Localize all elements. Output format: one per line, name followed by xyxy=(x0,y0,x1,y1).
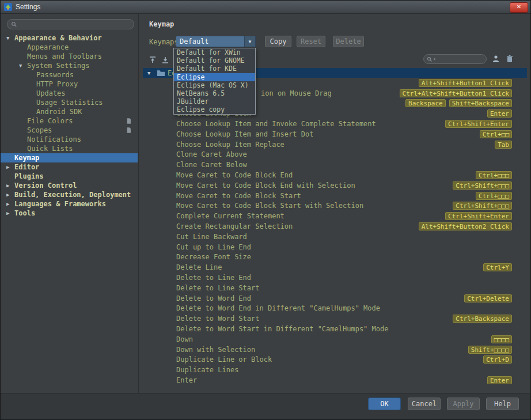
search-icon xyxy=(11,21,17,28)
copy-button[interactable]: Copy xyxy=(265,36,291,47)
reset-button[interactable]: Reset xyxy=(297,36,325,47)
shortcut-badges: Ctrl+Shift+□□□ xyxy=(453,181,512,190)
action-row[interactable]: Move Caret to Code Block End with Select… xyxy=(143,180,527,191)
dropdown-option-eclipse[interactable]: Eclipse xyxy=(174,73,255,81)
action-label: Clone Caret Below xyxy=(176,161,247,169)
action-row[interactable]: Duplicate Line or BlockCtrl+D xyxy=(143,355,527,365)
tree-collapsed-icon[interactable]: ▶ xyxy=(6,192,14,198)
dropdown-option-default-for-kde[interactable]: Default for KDE xyxy=(174,65,255,73)
action-label: Duplicate Line or Block xyxy=(176,355,272,364)
find-by-shortcut-icon[interactable] xyxy=(491,54,500,63)
action-row[interactable]: Delete to Word End in Different "CamelHu… xyxy=(143,304,527,314)
tree-expanded-icon[interactable]: ▼ xyxy=(6,35,14,41)
action-label: Down xyxy=(176,335,193,343)
sidebar-item-usage-statistics[interactable]: Usage Statistics xyxy=(1,98,138,107)
shortcut-badges: Ctrl+□□□ xyxy=(476,171,512,179)
ok-button[interactable]: OK xyxy=(368,398,401,410)
tree-expanded-icon[interactable]: ▼ xyxy=(143,70,155,76)
action-row[interactable]: Create Rectangular SelectionAlt+Shift+Bu… xyxy=(143,221,527,232)
keymap-combobox-value: Default xyxy=(176,37,244,46)
action-row[interactable]: Delete to Line Start xyxy=(143,283,527,293)
action-row[interactable]: Move Caret to Code Block Start with Sele… xyxy=(143,201,527,211)
shortcut-badge: Ctrl+Y xyxy=(483,263,512,271)
close-button[interactable]: ✕ xyxy=(510,2,528,13)
collapse-all-icon[interactable] xyxy=(161,55,170,65)
sidebar-item-label: System Settings xyxy=(27,62,89,70)
action-row[interactable]: Clone Caret Below xyxy=(143,160,527,170)
sidebar-item-languages-frameworks[interactable]: ▶Languages & Frameworks xyxy=(1,199,138,209)
action-row[interactable]: Complete Current StatementCtrl+Shift+Ent… xyxy=(143,211,527,221)
help-button[interactable]: Help xyxy=(486,398,519,410)
dropdown-option-eclipse-mac-os-x[interactable]: Eclipse (Mac OS X) xyxy=(174,81,255,89)
sidebar-item-quick-lists[interactable]: Quick Lists xyxy=(1,144,138,153)
sidebar-item-plugins[interactable]: Plugins xyxy=(1,172,138,181)
actions-search-input[interactable] xyxy=(436,55,483,63)
sidebar-item-label: HTTP Proxy xyxy=(36,80,78,88)
action-row[interactable]: Delete LineCtrl+Y xyxy=(143,262,527,273)
tree-collapsed-icon[interactable]: ▶ xyxy=(6,201,14,207)
sidebar-item-notifications[interactable]: Notifications xyxy=(1,135,138,144)
sidebar-item-build-execution-deployment[interactable]: ▶Build, Execution, Deployment xyxy=(1,190,138,199)
sidebar-item-keymap[interactable]: Keymap xyxy=(1,153,138,162)
action-row[interactable]: Delete to Word EndCtrl+Delete xyxy=(143,293,527,304)
chevron-down-icon[interactable]: ▼ xyxy=(244,36,255,47)
sidebar-item-editor[interactable]: ▶Editor xyxy=(1,162,138,172)
sidebar-item-label: Passwords xyxy=(36,71,74,79)
expand-all-icon[interactable] xyxy=(148,55,157,65)
page-title: Keymap xyxy=(149,20,174,28)
tree-collapsed-icon[interactable]: ▶ xyxy=(6,164,14,170)
action-row[interactable]: EnterEnter xyxy=(143,375,527,384)
sidebar-item-passwords[interactable]: Passwords xyxy=(1,70,138,80)
sidebar-search-input[interactable] xyxy=(20,20,130,29)
sidebar-item-scopes[interactable]: Scopes xyxy=(1,126,138,135)
shortcut-badges: Ctrl+□□□ xyxy=(476,192,512,200)
sidebar-item-label: Notifications xyxy=(27,135,81,143)
action-row[interactable]: Duplicate Lines xyxy=(143,365,527,375)
action-row[interactable]: Move Caret to Code Block EndCtrl+□□□ xyxy=(143,170,527,180)
sidebar-item-android-sdk[interactable]: Android SDK xyxy=(1,107,138,116)
action-row[interactable]: Choose Lookup Item and Insert DotCtrl+□□ xyxy=(143,129,527,139)
sidebar-item-updates[interactable]: Updates xyxy=(1,89,138,98)
sidebar-item-appearance-behavior[interactable]: ▼Appearance & Behavior xyxy=(1,33,138,43)
action-row[interactable]: Cut Line Backward xyxy=(143,232,527,242)
action-row[interactable]: Delete to Line End xyxy=(143,273,527,283)
tree-collapsed-icon[interactable]: ▶ xyxy=(6,183,14,188)
dropdown-option-eclipse-copy[interactable]: Eclipse copy xyxy=(174,105,255,113)
dropdown-option-jbuilder[interactable]: JBuilder xyxy=(174,97,255,105)
action-row[interactable]: Delete to Word Start in Different "Camel… xyxy=(143,324,527,334)
sidebar-item-version-control[interactable]: ▶Version Control xyxy=(1,181,138,190)
dropdown-option-default-for-xwin[interactable]: Default for XWin xyxy=(174,48,255,56)
action-row[interactable]: Move Caret to Code Block StartCtrl+□□□ xyxy=(143,191,527,201)
sidebar-item-http-proxy[interactable]: HTTP Proxy xyxy=(1,80,138,89)
shortcut-badge: Ctrl+□□ xyxy=(480,130,512,138)
titlebar[interactable]: Settings ✕ xyxy=(1,1,530,14)
sidebar-item-menus-and-toolbars[interactable]: Menus and Toolbars xyxy=(1,52,138,61)
action-row[interactable]: Clone Caret Above xyxy=(143,150,527,160)
apply-button[interactable]: Apply xyxy=(447,398,480,410)
action-row[interactable]: Delete to Word StartCtrl+Backspace xyxy=(143,313,527,324)
action-row[interactable]: Choose Lookup Item and Invoke Complete S… xyxy=(143,119,527,129)
settings-window: Settings ✕ ▼Appearance & BehaviorAppeara… xyxy=(0,0,531,420)
action-row[interactable]: Down with SelectionShift+□□□□ xyxy=(143,345,527,355)
sidebar-item-system-settings[interactable]: ▼System Settings xyxy=(1,61,138,70)
action-row[interactable]: Decrease Font Size xyxy=(143,252,527,263)
shortcut-badge: □□□□ xyxy=(491,335,513,343)
tree-collapsed-icon[interactable]: ▶ xyxy=(6,210,14,216)
action-row[interactable]: Down□□□□ xyxy=(143,334,527,345)
delete-button[interactable]: Delete xyxy=(333,36,364,47)
delete-icon[interactable] xyxy=(505,54,514,63)
tree-expanded-icon[interactable]: ▼ xyxy=(19,63,27,69)
keymap-combobox[interactable]: Default ▼ xyxy=(176,36,256,47)
sidebar-item-label: Android SDK xyxy=(36,108,82,116)
sidebar-search-box[interactable] xyxy=(7,19,134,29)
sidebar-item-tools[interactable]: ▶Tools xyxy=(1,209,138,218)
cancel-button[interactable]: Cancel xyxy=(408,398,441,410)
actions-search-box[interactable]: ▾ xyxy=(423,54,487,64)
dropdown-option-default-for-gnome[interactable]: Default for GNOME xyxy=(174,56,255,65)
dropdown-option-netbeans-6-5[interactable]: NetBeans 6.5 xyxy=(174,89,255,97)
sidebar-item-appearance[interactable]: Appearance xyxy=(1,43,138,52)
action-row[interactable]: Cut up to Line End xyxy=(143,242,527,252)
sidebar-item-file-colors[interactable]: File Colors xyxy=(1,116,138,126)
action-label: Delete to Word Start xyxy=(176,315,260,323)
action-row[interactable]: Choose Lookup Item ReplaceTab xyxy=(143,139,527,150)
